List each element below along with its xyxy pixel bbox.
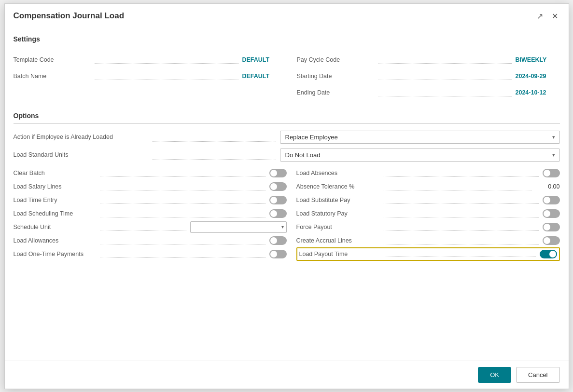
load-scheduling-time-dots: [100, 217, 266, 217]
starting-date-row: Starting Date 2024-09-29: [297, 70, 554, 82]
load-statutory-pay-thumb: [544, 210, 550, 217]
load-allowances-toggle[interactable]: [269, 236, 287, 245]
standard-units-label: Load Standard Units: [14, 151, 149, 158]
load-time-entry-toggle[interactable]: [269, 196, 287, 204]
options-divider: [14, 123, 560, 124]
minimize-icon[interactable]: ↗: [535, 11, 545, 22]
load-time-entry-track: [269, 196, 287, 204]
action-employee-select-wrapper: Replace Employee Skip Employee Error ▾: [280, 131, 560, 144]
load-allowances-label: Load Allowances: [14, 237, 98, 244]
close-icon[interactable]: ✕: [550, 11, 560, 22]
load-one-time-payments-label: Load One-Time Payments: [14, 251, 98, 257]
load-scheduling-time-track: [269, 209, 287, 218]
pay-cycle-label: Pay Cycle Code: [297, 56, 374, 63]
load-one-time-payments-row: Load One-Time Payments: [14, 247, 287, 261]
force-payout-dots: [383, 230, 539, 231]
options-left-column: Clear Batch Load Salary Lines: [14, 166, 287, 261]
settings-divider: [14, 47, 560, 47]
load-scheduling-time-toggle-switch[interactable]: [269, 209, 287, 218]
action-employee-row: Action if Employee is Already Loaded Rep…: [14, 131, 560, 144]
load-one-time-payments-track: [269, 250, 287, 258]
starting-date-label: Starting Date: [297, 73, 374, 80]
load-statutory-pay-track: [543, 209, 560, 218]
action-employee-select[interactable]: Replace Employee Skip Employee Error: [280, 131, 560, 144]
clear-batch-row: Clear Batch: [14, 166, 287, 180]
cancel-button[interactable]: Cancel: [516, 367, 559, 383]
load-absences-track: [543, 169, 560, 177]
load-payout-time-row: Load Payout Time: [296, 247, 560, 261]
load-salary-lines-toggle-switch[interactable]: [269, 182, 287, 191]
load-absences-thumb: [544, 170, 550, 176]
load-statutory-pay-toggle-switch[interactable]: [543, 209, 560, 218]
load-time-entry-dots: [100, 203, 266, 204]
ok-button[interactable]: OK: [478, 367, 511, 383]
create-accrual-lines-thumb: [544, 237, 550, 244]
pay-cycle-value: BIWEEKLY: [516, 56, 554, 63]
ending-date-row: Ending Date 2024-10-12: [297, 87, 554, 98]
load-substitute-pay-dots: [383, 203, 539, 204]
load-substitute-pay-thumb: [544, 197, 550, 203]
load-statutory-pay-row: Load Statutory Pay: [296, 207, 560, 220]
load-payout-time-toggle[interactable]: [540, 250, 557, 258]
clear-batch-toggle-switch[interactable]: [269, 169, 287, 177]
load-substitute-pay-toggle-switch[interactable]: [543, 196, 560, 204]
load-time-entry-toggle-switch[interactable]: [269, 196, 287, 204]
load-scheduling-time-row: Load Scheduling Time: [14, 207, 287, 220]
load-one-time-payments-toggle[interactable]: [269, 250, 287, 258]
load-salary-lines-label: Load Salary Lines: [14, 183, 98, 190]
ending-date-label: Ending Date: [297, 89, 374, 96]
force-payout-toggle[interactable]: [543, 223, 560, 231]
settings-grid: Template Code DEFAULT Batch Name DEFAULT…: [14, 54, 560, 103]
options-toggles-grid: Clear Batch Load Salary Lines: [14, 166, 560, 261]
force-payout-thumb: [544, 224, 550, 230]
load-payout-time-toggle-switch[interactable]: [540, 250, 557, 258]
standard-units-select-wrapper: Do Not Load Load ▾: [280, 149, 560, 162]
dialog-footer: OK Cancel: [5, 361, 569, 389]
create-accrual-lines-row: Create Accrual Lines: [296, 234, 560, 247]
compensation-journal-dialog: Compensation Journal Load ↗ ✕ Settings T…: [4, 3, 569, 389]
clear-batch-toggle[interactable]: [269, 169, 287, 177]
load-statutory-pay-toggle[interactable]: [543, 209, 560, 218]
load-absences-toggle[interactable]: [543, 169, 560, 177]
load-payout-time-dots: [386, 257, 536, 257]
load-scheduling-time-thumb: [270, 210, 277, 217]
batch-name-label: Batch Name: [14, 73, 91, 80]
load-salary-lines-toggle[interactable]: [269, 182, 287, 191]
load-one-time-payments-dots: [100, 257, 266, 258]
ending-date-value: 2024-10-12: [516, 89, 554, 96]
load-scheduling-time-toggle[interactable]: [269, 209, 287, 218]
absence-tolerance-value: 0.00: [536, 183, 560, 190]
load-allowances-thumb: [270, 237, 277, 244]
options-section-title: Options: [14, 112, 560, 120]
force-payout-toggle-switch[interactable]: [543, 223, 560, 231]
load-substitute-pay-toggle[interactable]: [543, 196, 560, 204]
settings-right: Pay Cycle Code BIWEEKLY Starting Date 20…: [287, 54, 560, 103]
pay-cycle-row: Pay Cycle Code BIWEEKLY: [297, 54, 554, 66]
load-one-time-payments-toggle-switch[interactable]: [269, 250, 287, 258]
create-accrual-lines-label: Create Accrual Lines: [296, 237, 381, 244]
load-absences-toggle-switch[interactable]: [543, 169, 560, 177]
load-allowances-dots: [100, 244, 266, 244]
settings-left: Template Code DEFAULT Batch Name DEFAULT: [14, 54, 287, 103]
starting-date-dots: [378, 80, 512, 80]
starting-date-value: 2024-09-29: [516, 73, 554, 80]
template-code-value: DEFAULT: [242, 56, 281, 63]
settings-section-title: Settings: [14, 35, 560, 43]
load-salary-lines-thumb: [270, 183, 277, 190]
standard-units-select[interactable]: Do Not Load Load: [280, 149, 560, 162]
schedule-unit-dots: [100, 230, 186, 231]
load-allowances-row: Load Allowances: [14, 234, 287, 247]
absence-tolerance-value-wrapper: 0.00: [536, 183, 560, 190]
options-right-column: Load Absences Absence Tolerance: [287, 166, 560, 261]
load-allowances-toggle-switch[interactable]: [269, 236, 287, 245]
force-payout-row: Force Payout: [296, 220, 560, 234]
create-accrual-lines-toggle-switch[interactable]: [543, 236, 560, 245]
load-time-entry-label: Load Time Entry: [14, 197, 98, 203]
load-salary-lines-dots: [100, 190, 266, 190]
schedule-unit-select[interactable]: [190, 221, 287, 233]
load-payout-time-label: Load Payout Time: [299, 251, 384, 257]
schedule-unit-select-wrapper: ▾: [190, 221, 287, 233]
batch-name-value: DEFAULT: [242, 73, 281, 80]
create-accrual-lines-toggle[interactable]: [543, 236, 560, 245]
dialog-content: Settings Template Code DEFAULT Batch Nam…: [5, 27, 569, 361]
